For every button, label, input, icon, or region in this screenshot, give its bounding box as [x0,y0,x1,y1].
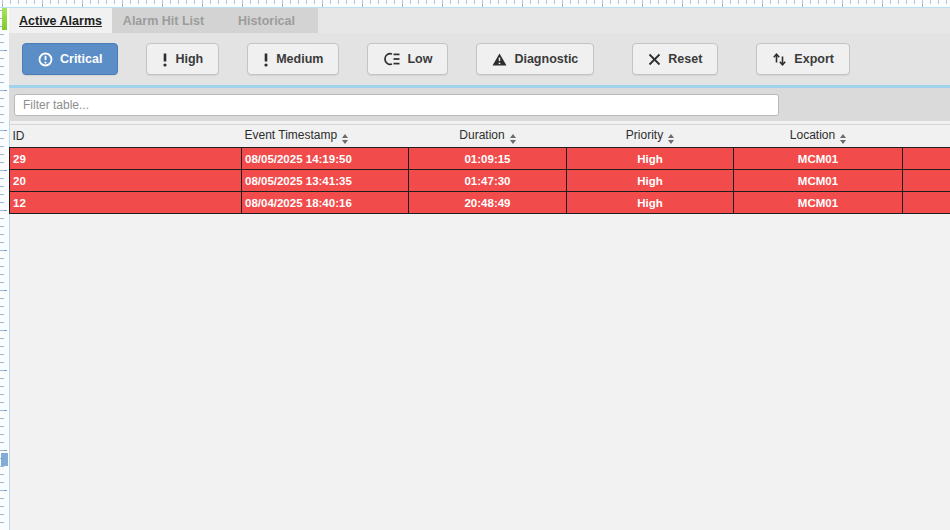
low-priority-list-icon [383,52,400,66]
reset-button[interactable]: Reset [632,43,718,75]
filter-row [9,88,950,121]
medium-filter-button[interactable]: Medium [247,43,339,75]
cell-duration: 20:48:49 [409,192,567,214]
column-header-id[interactable]: ID [10,125,242,148]
column-label: Location [790,128,835,142]
cell-timestamp: 08/05/2025 13:41:35 [242,170,409,192]
tab-alarm-hit-list[interactable]: Alarm Hit List [112,8,215,33]
cell-priority: High [567,192,734,214]
cell-location: MCM01 [734,170,903,192]
cell-id: 12 [10,192,242,214]
cell-id: 20 [10,170,242,192]
main-panel: Active Alarms Alarm Hit List Historical [9,8,950,530]
cell-priority: High [567,148,734,170]
alarm-screen: Active Alarms Alarm Hit List Historical [0,0,950,530]
cell-timestamp: 08/04/2025 18:40:16 [242,192,409,214]
tab-label: Active Alarms [19,14,102,28]
filter-table-input[interactable] [14,94,779,116]
diagnostic-filter-button[interactable]: Diagnostic [476,43,594,75]
critical-filter-button[interactable]: Critical [22,43,118,75]
cell-duration: 01:47:30 [409,170,567,192]
column-header-event-timestamp[interactable]: Event Timestamp [242,125,409,148]
low-filter-button[interactable]: Low [367,43,448,75]
table-header-row: ID Event Timestamp Duration Priority Loc [10,125,950,148]
cell-location: MCM01 [734,192,903,214]
column-label: Event Timestamp [245,128,338,142]
exclamation-icon [162,52,168,67]
column-header-priority[interactable]: Priority [567,125,734,148]
cell-timestamp: 08/05/2025 14:19:50 [242,148,409,170]
column-label: ID [13,129,25,143]
button-label: Critical [60,52,102,66]
close-x-icon [648,53,661,66]
tab-label: Historical [238,14,295,28]
ruler-green-marker [2,8,7,30]
up-down-arrows-icon [772,52,787,67]
cell-duration: 01:09:15 [409,148,567,170]
alarm-row[interactable]: 12 08/04/2025 18:40:16 20:48:49 High MCM… [10,192,950,214]
button-label: Diagnostic [514,52,578,66]
export-button[interactable]: Export [756,43,850,75]
button-label: Export [794,52,834,66]
column-header-extra [903,125,950,148]
sort-icon [342,134,348,144]
sort-icon [668,134,674,144]
column-label: Priority [626,128,663,142]
button-label: Low [407,52,432,66]
high-filter-button[interactable]: High [146,43,219,75]
alarm-row[interactable]: 20 08/05/2025 13:41:35 01:47:30 High MCM… [10,170,950,192]
column-header-duration[interactable]: Duration [409,125,567,148]
filter-toolbar: Critical High Medium [9,33,950,88]
cell-priority: High [567,170,734,192]
column-header-location[interactable]: Location [734,125,903,148]
tab-historical[interactable]: Historical [215,8,318,33]
column-label: Duration [459,128,504,142]
horizontal-ruler [0,0,950,8]
sort-icon [840,134,846,144]
cell-extra [903,192,950,214]
ruler-blue-marker [1,453,8,466]
cell-location: MCM01 [734,148,903,170]
alarm-table: ID Event Timestamp Duration Priority Loc [9,124,950,214]
tab-label: Alarm Hit List [123,14,204,28]
button-label: Medium [276,52,323,66]
tab-bar: Active Alarms Alarm Hit List Historical [9,8,950,33]
alarm-row[interactable]: 29 08/05/2025 14:19:50 01:09:15 High MCM… [10,148,950,170]
cell-extra [903,170,950,192]
button-label: Reset [668,52,702,66]
tab-active-alarms[interactable]: Active Alarms [9,8,112,33]
warning-triangle-icon [492,53,507,66]
sort-icon [510,134,516,144]
exclamation-icon [263,52,269,67]
cell-id: 29 [10,148,242,170]
button-label: High [175,52,203,66]
cell-extra [903,148,950,170]
exclamation-circle-icon [38,52,53,67]
